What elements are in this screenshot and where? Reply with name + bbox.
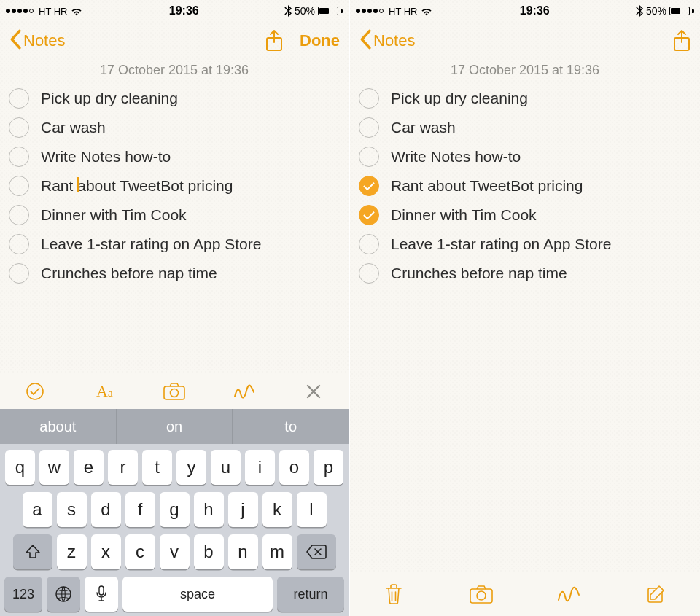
checkbox-circle[interactable] [9, 263, 29, 284]
checkbox-circle[interactable] [9, 147, 29, 167]
wifi-icon [420, 7, 433, 16]
key-w[interactable]: w [39, 450, 69, 485]
shift-key[interactable] [13, 534, 52, 569]
key-i[interactable]: i [245, 450, 275, 485]
checklist-item-text[interactable]: Dinner with Tim Cook [41, 206, 187, 224]
checklist-item-text[interactable]: Write Notes how-to [391, 148, 521, 165]
key-t[interactable]: t [142, 450, 172, 485]
key-x[interactable]: x [91, 534, 121, 569]
checkbox-circle[interactable] [9, 176, 29, 196]
checkbox-circle[interactable] [359, 205, 379, 225]
checklist-item[interactable]: Leave 1-star rating on App Store [9, 230, 340, 259]
checklist-item[interactable]: Crunches before nap time [359, 259, 691, 288]
checklist-item-text[interactable]: Pick up dry cleaning [41, 90, 178, 107]
checkbox-circle[interactable] [9, 88, 29, 109]
checkbox-circle[interactable] [359, 263, 379, 284]
checklist-item[interactable]: Dinner with Tim Cook [9, 200, 340, 230]
checklist-item-text[interactable]: Crunches before nap time [391, 265, 567, 282]
checklist-item-text[interactable]: Rant about TweetBot pricing [41, 177, 233, 195]
key-l[interactable]: l [297, 492, 327, 527]
suggestion-3[interactable]: to [233, 409, 349, 444]
key-r[interactable]: r [108, 450, 138, 485]
key-d[interactable]: d [91, 492, 121, 527]
checklist-item[interactable]: Pick up dry cleaning [359, 84, 691, 113]
sketch-button[interactable] [553, 578, 585, 610]
checklist-item[interactable]: Write Notes how-to [359, 142, 691, 171]
key-m[interactable]: m [262, 534, 292, 569]
checkbox-circle[interactable] [359, 176, 379, 196]
checklist-item[interactable]: Crunches before nap time [9, 259, 340, 288]
checkbox-circle[interactable] [9, 117, 29, 138]
text-style-button[interactable]: Aa [88, 375, 120, 408]
numbers-key[interactable]: 123 [4, 577, 42, 612]
checklist-item-text[interactable]: Car wash [41, 119, 106, 136]
share-button[interactable] [265, 29, 284, 52]
checklist-item-text[interactable]: Leave 1-star rating on App Store [41, 235, 261, 253]
back-button[interactable]: Notes [9, 29, 65, 52]
checklist-viewing[interactable]: Pick up dry cleaningCar washWrite Notes … [350, 84, 700, 288]
checklist-item-text[interactable]: Crunches before nap time [41, 265, 217, 282]
suggestion-2[interactable]: on [117, 409, 233, 444]
key-e[interactable]: e [74, 450, 104, 485]
checklist-item-text[interactable]: Pick up dry cleaning [391, 90, 528, 107]
checklist-item-text[interactable]: Car wash [391, 119, 456, 136]
checklist-item-text[interactable]: Leave 1-star rating on App Store [391, 235, 611, 253]
checklist-item[interactable]: Leave 1-star rating on App Store [359, 230, 691, 259]
checkbox-circle[interactable] [359, 234, 379, 254]
checkbox-circle[interactable] [359, 117, 379, 138]
sketch-button[interactable] [228, 375, 260, 408]
status-bar: HT HR 19:36 50% [0, 0, 349, 22]
key-o[interactable]: o [279, 450, 309, 485]
checklist-editing[interactable]: Pick up dry cleaningCar washWrite Notes … [0, 84, 349, 288]
wifi-icon [70, 7, 83, 16]
key-b[interactable]: b [194, 534, 224, 569]
space-key[interactable]: space [122, 577, 273, 612]
dismiss-accessory-button[interactable] [298, 375, 330, 408]
key-q[interactable]: q [5, 450, 35, 485]
status-bar: HT HR 19:36 50% [350, 0, 700, 22]
dictation-key[interactable] [85, 577, 118, 612]
format-accessory-bar: Aa [0, 373, 349, 409]
key-j[interactable]: j [228, 492, 258, 527]
key-f[interactable]: f [125, 492, 155, 527]
svg-point-3 [170, 389, 178, 397]
compose-button[interactable] [640, 578, 672, 610]
key-z[interactable]: z [57, 534, 87, 569]
share-button[interactable] [672, 29, 691, 52]
key-k[interactable]: k [262, 492, 292, 527]
back-button[interactable]: Notes [359, 29, 415, 52]
checklist-item[interactable]: Pick up dry cleaning [9, 84, 340, 113]
key-a[interactable]: a [23, 492, 52, 527]
checklist-item-text[interactable]: Write Notes how-to [41, 148, 171, 165]
checkbox-circle[interactable] [9, 205, 29, 225]
done-button[interactable]: Done [300, 31, 340, 50]
key-n[interactable]: n [228, 534, 258, 569]
checklist-format-button[interactable] [19, 375, 51, 408]
camera-button[interactable] [158, 375, 190, 408]
key-g[interactable]: g [160, 492, 190, 527]
checkbox-circle[interactable] [359, 88, 379, 109]
checkbox-circle[interactable] [9, 234, 29, 254]
key-c[interactable]: c [125, 534, 155, 569]
camera-button[interactable] [465, 578, 497, 610]
checklist-item[interactable]: Dinner with Tim Cook [359, 200, 691, 230]
key-p[interactable]: p [314, 450, 343, 485]
checklist-item[interactable]: Write Notes how-to [9, 142, 340, 171]
trash-button[interactable] [378, 578, 410, 610]
checklist-item-text[interactable]: Dinner with Tim Cook [391, 206, 537, 224]
key-v[interactable]: v [160, 534, 190, 569]
key-h[interactable]: h [194, 492, 224, 527]
backspace-key[interactable] [297, 534, 336, 569]
key-y[interactable]: y [176, 450, 206, 485]
globe-key[interactable] [47, 577, 80, 612]
key-u[interactable]: u [211, 450, 241, 485]
checklist-item[interactable]: Rant about TweetBot pricing [359, 171, 691, 200]
checkbox-circle[interactable] [359, 147, 379, 167]
suggestion-1[interactable]: about [0, 409, 117, 444]
return-key[interactable]: return [277, 577, 344, 612]
checklist-item[interactable]: Car wash [359, 113, 691, 142]
key-s[interactable]: s [57, 492, 87, 527]
checklist-item[interactable]: Rant about TweetBot pricing [9, 171, 340, 200]
checklist-item-text[interactable]: Rant about TweetBot pricing [391, 177, 583, 195]
checklist-item[interactable]: Car wash [9, 113, 340, 142]
